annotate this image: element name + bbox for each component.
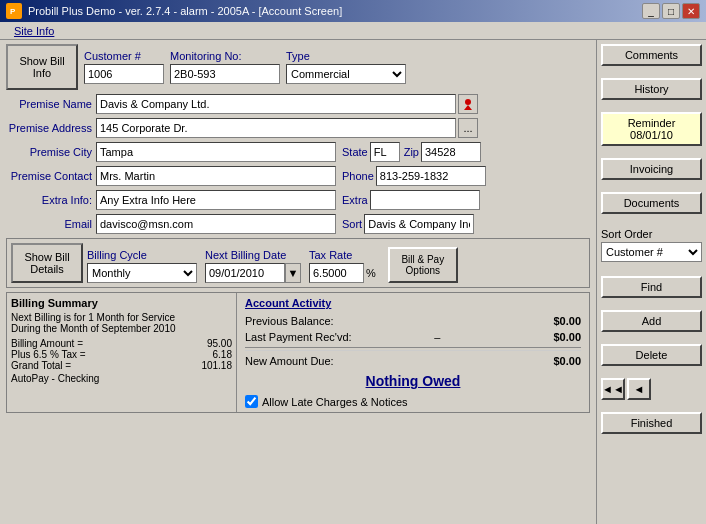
window-controls: _ □ ✕: [642, 3, 700, 19]
show-bill-details-button[interactable]: Show Bill Details: [11, 243, 83, 283]
sort-input[interactable]: [364, 214, 474, 234]
next-billing-date-input[interactable]: [205, 263, 285, 283]
customer-no-input[interactable]: [84, 64, 164, 84]
tax-rate-input[interactable]: [309, 263, 364, 283]
invoicing-button[interactable]: Invoicing: [601, 158, 702, 180]
billing-amount-label: Billing Amount =: [11, 338, 83, 349]
premise-contact-input[interactable]: [96, 166, 336, 186]
billing-cycle-section: Show Bill Details Billing Cycle Monthly …: [6, 238, 590, 288]
monitoring-no-input[interactable]: [170, 64, 280, 84]
last-payment-value: $0.00: [531, 331, 581, 343]
billing-cycle-select[interactable]: Monthly Quarterly Annual: [87, 263, 197, 283]
address-browse-button[interactable]: ...: [458, 118, 478, 138]
title-text: Probill Plus Demo - ver. 2.7.4 - alarm -…: [28, 5, 342, 17]
previous-balance-label: Previous Balance:: [245, 315, 334, 327]
finished-button[interactable]: Finished: [601, 412, 702, 434]
left-panel: Show Bill Info Customer # Monitoring No:…: [0, 40, 596, 524]
email-label: Email: [6, 218, 96, 230]
billing-summary-panel: Billing Summary Next Billing is for 1 Mo…: [7, 293, 237, 412]
extra-info-label: Extra Info:: [6, 194, 96, 206]
billing-summary-title: Billing Summary: [11, 297, 232, 309]
grand-total-value: 101.18: [201, 360, 232, 371]
title-bar: P Probill Plus Demo - ver. 2.7.4 - alarm…: [0, 0, 706, 22]
add-button[interactable]: Add: [601, 310, 702, 332]
extra-info-row: Extra Info: Extra: [6, 190, 590, 210]
grand-total-label: Grand Total =: [11, 360, 71, 371]
separator-3: [601, 150, 702, 154]
previous-balance-value: $0.00: [531, 315, 581, 327]
tax-rate-symbol: %: [366, 267, 376, 279]
date-dropdown-button[interactable]: ▼: [285, 263, 301, 283]
separator-4: [601, 184, 702, 188]
minimize-button[interactable]: _: [642, 3, 660, 19]
account-activity-title: Account Activity: [245, 297, 581, 309]
sort-label: Sort: [342, 218, 362, 230]
customer-no-label: Customer #: [84, 50, 164, 62]
phone-label: Phone: [342, 170, 374, 182]
find-button[interactable]: Find: [601, 276, 702, 298]
extra-value-input[interactable]: [370, 190, 480, 210]
next-billing-date-label: Next Billing Date: [205, 249, 301, 261]
history-button[interactable]: History: [601, 78, 702, 100]
billing-summary-line2: During the Month of September 2010: [11, 323, 232, 334]
tax-rate-label: Tax Rate: [309, 249, 376, 261]
comments-button[interactable]: Comments: [601, 44, 702, 66]
tax-value: 6.18: [213, 349, 232, 360]
zip-input[interactable]: [421, 142, 481, 162]
top-fields-row: Show Bill Info Customer # Monitoring No:…: [6, 44, 590, 90]
show-bill-info-button[interactable]: Show Bill Info: [6, 44, 78, 90]
premise-city-row: Premise City State Zip: [6, 142, 590, 162]
late-charges-checkbox[interactable]: [245, 395, 258, 408]
premise-name-row: Premise Name: [6, 94, 590, 114]
extra-label: Extra: [342, 194, 368, 206]
premise-contact-label: Premise Contact: [6, 170, 96, 182]
last-payment-dash: –: [434, 331, 440, 343]
sort-order-row: Customer # Name Zip: [601, 242, 702, 262]
separator-8: [601, 336, 702, 340]
extra-info-input[interactable]: [96, 190, 336, 210]
sort-order-select[interactable]: Customer # Name Zip: [601, 242, 702, 262]
type-select[interactable]: Commercial Residential Industrial: [286, 64, 406, 84]
premise-name-label: Premise Name: [6, 98, 96, 110]
billing-amount-value: 95.00: [207, 338, 232, 349]
state-input[interactable]: [370, 142, 400, 162]
premise-address-input[interactable]: [96, 118, 456, 138]
delete-button[interactable]: Delete: [601, 344, 702, 366]
billing-cycle-label: Billing Cycle: [87, 249, 197, 261]
bill-pay-options-button[interactable]: Bill & Pay Options: [388, 247, 458, 283]
documents-button[interactable]: Documents: [601, 192, 702, 214]
svg-point-2: [465, 99, 471, 105]
separator-9: [601, 370, 702, 374]
sort-order-section: Sort Order Customer # Name Zip: [601, 226, 702, 264]
maximize-button[interactable]: □: [662, 3, 680, 19]
type-label: Type: [286, 50, 406, 62]
nothing-owed-text: Nothing Owed: [245, 373, 581, 389]
phone-input[interactable]: [376, 166, 486, 186]
premise-city-label: Premise City: [6, 146, 96, 158]
tax-label: Plus 6.5 % Tax =: [11, 349, 86, 360]
nav-prev-button[interactable]: ◄: [627, 378, 651, 400]
monitoring-no-label: Monitoring No:: [170, 50, 280, 62]
last-payment-row: Last Payment Rec'vd: – $0.00: [245, 331, 581, 343]
nav-first-button[interactable]: ◄◄: [601, 378, 625, 400]
premise-name-input[interactable]: [96, 94, 456, 114]
reminder-button[interactable]: Reminder 08/01/10: [601, 112, 702, 146]
state-label: State: [342, 146, 368, 158]
menu-bar: Site Info: [0, 22, 706, 40]
zip-label: Zip: [404, 146, 419, 158]
new-amount-row: New Amount Due: $0.00: [245, 350, 581, 367]
close-button[interactable]: ✕: [682, 3, 700, 19]
autopay-label: AutoPay - Checking: [11, 373, 232, 384]
new-amount-value: $0.00: [531, 355, 581, 367]
separator-5: [601, 218, 702, 222]
site-info-menu[interactable]: Site Info: [8, 24, 60, 38]
previous-balance-row: Previous Balance: $0.00: [245, 315, 581, 327]
premise-contact-row: Premise Contact Phone: [6, 166, 590, 186]
svg-text:P: P: [10, 7, 16, 16]
separator-7: [601, 302, 702, 306]
email-input[interactable]: [96, 214, 336, 234]
premise-name-icon[interactable]: [458, 94, 478, 114]
nav-row: ◄◄ ◄: [601, 378, 702, 400]
premise-city-input[interactable]: [96, 142, 336, 162]
last-payment-label: Last Payment Rec'vd:: [245, 331, 352, 343]
